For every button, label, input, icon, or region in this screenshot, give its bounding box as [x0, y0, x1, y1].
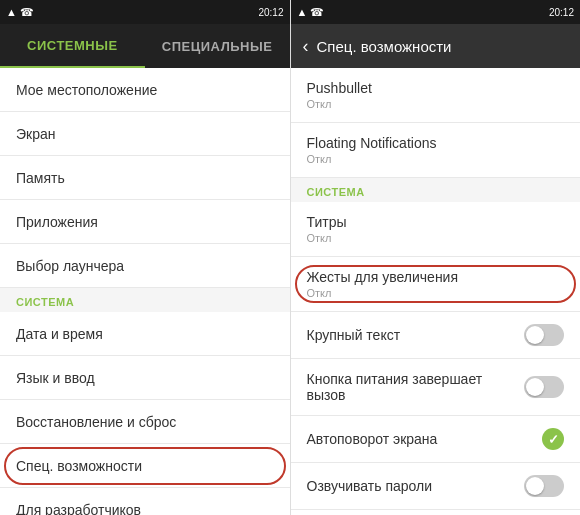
large-text-toggle[interactable]: [524, 324, 564, 346]
left-item-accessibility[interactable]: Спец. возможности: [0, 444, 290, 488]
left-panel: ▲ ☎ 20:12 СИСТЕМНЫЕ СПЕЦИАЛЬНЫЕ Мое мест…: [0, 0, 291, 515]
power-btn-toggle[interactable]: [524, 376, 564, 398]
right-status-right: 20:12: [549, 7, 574, 18]
left-status-bar: ▲ ☎ 20:12: [0, 0, 290, 24]
tab-special[interactable]: СПЕЦИАЛЬНЫЕ: [145, 24, 290, 68]
right-item-large-text[interactable]: Крупный текст: [291, 312, 581, 359]
tab-system[interactable]: СИСТЕМНЫЕ: [0, 24, 145, 68]
left-item-developer[interactable]: Для разработчиков: [0, 488, 290, 515]
left-list: Мое местоположение Экран Память Приложен…: [0, 68, 290, 515]
left-section-system: СИСТЕМА: [0, 288, 290, 312]
right-list: Pushbullet Откл Floating Notifications О…: [291, 68, 581, 515]
back-button[interactable]: ‹: [303, 36, 309, 57]
right-item-gestures[interactable]: Жесты для увеличения Откл: [291, 257, 581, 312]
left-item-apps[interactable]: Приложения: [0, 200, 290, 244]
right-panel: ▲ ☎ 20:12 ‹ Спец. возможности Pushbullet…: [291, 0, 581, 515]
right-item-quicklaunch[interactable]: Быстрое включение Откл: [291, 510, 581, 515]
left-item-language[interactable]: Язык и ввод: [0, 356, 290, 400]
right-item-passwords[interactable]: Озвучивать пароли: [291, 463, 581, 510]
left-item-memory[interactable]: Память: [0, 156, 290, 200]
left-item-location[interactable]: Мое местоположение: [0, 68, 290, 112]
right-status-icons: ▲ ☎: [297, 6, 325, 19]
right-item-power-btn[interactable]: Кнопка питания завершает вызов: [291, 359, 581, 416]
left-item-datetime[interactable]: Дата и время: [0, 312, 290, 356]
right-status-time: 20:12: [549, 7, 574, 18]
tabs-header: СИСТЕМНЫЕ СПЕЦИАЛЬНЫЕ: [0, 24, 290, 68]
right-status-left: ▲ ☎: [297, 6, 325, 19]
right-page-title: Спец. возможности: [317, 38, 452, 55]
left-item-launcher[interactable]: Выбор лаунчера: [0, 244, 290, 288]
left-item-restore[interactable]: Восстановление и сброс: [0, 400, 290, 444]
right-item-pushbullet[interactable]: Pushbullet Откл: [291, 68, 581, 123]
left-status-left: ▲ ☎: [6, 6, 34, 19]
right-item-captions[interactable]: Титры Откл: [291, 202, 581, 257]
left-item-screen[interactable]: Экран: [0, 112, 290, 156]
passwords-toggle[interactable]: [524, 475, 564, 497]
left-status-icons: ▲ ☎: [6, 6, 34, 19]
right-page-header: ‹ Спец. возможности: [291, 24, 581, 68]
autorotate-check[interactable]: [542, 428, 564, 450]
left-status-right: 20:12: [258, 7, 283, 18]
left-status-time: 20:12: [258, 7, 283, 18]
right-status-bar: ▲ ☎ 20:12: [291, 0, 581, 24]
right-item-floating[interactable]: Floating Notifications Откл: [291, 123, 581, 178]
right-item-autorotate[interactable]: Автоповорот экрана: [291, 416, 581, 463]
right-section-system: СИСТЕМА: [291, 178, 581, 202]
